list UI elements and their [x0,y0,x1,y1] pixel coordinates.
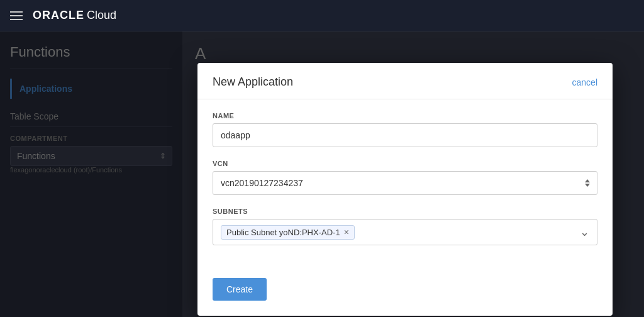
cancel-link[interactable]: cancel [572,77,597,87]
new-application-modal: New Application cancel NAME VCN vcn20190… [197,63,613,316]
name-label: NAME [213,112,597,120]
vcn-form-group: VCN vcn20190127234237 [213,160,597,195]
create-button[interactable]: Create [213,278,267,301]
modal-title: New Application [213,75,293,89]
modal-body: NAME VCN vcn20190127234237 SUBNET [197,99,613,273]
subnet-tag-label: Public Subnet yoND:PHX-AD-1 [226,228,340,237]
subnets-label: SUBNETS [213,208,597,215]
oracle-brand: ORACLE [33,9,84,22]
name-input[interactable] [213,123,597,147]
brand-logo: ORACLE Cloud [33,9,116,22]
vcn-label: VCN [213,160,597,167]
subnet-tag-remove[interactable]: × [344,228,349,236]
menu-icon[interactable] [10,11,23,20]
name-form-group: NAME [213,112,597,147]
modal-header: New Application cancel [197,63,613,99]
vcn-select-wrapper: vcn20190127234237 [213,171,597,195]
vcn-select[interactable]: vcn20190127234237 [213,171,597,195]
subnets-field[interactable]: Public Subnet yoND:PHX-AD-1 × ⌄ [213,219,597,245]
main-area: Functions Applications Table Scope COMPA… [0,31,644,317]
subnets-form-group: SUBNETS Public Subnet yoND:PHX-AD-1 × ⌄ [213,208,597,245]
subnets-dropdown-icon[interactable]: ⌄ [580,225,589,239]
modal-footer: Create [197,273,613,316]
cloud-brand: Cloud [87,9,116,22]
topbar: ORACLE Cloud [0,0,644,31]
subnet-tags: Public Subnet yoND:PHX-AD-1 × [221,225,355,240]
subnet-tag: Public Subnet yoND:PHX-AD-1 × [221,225,355,240]
